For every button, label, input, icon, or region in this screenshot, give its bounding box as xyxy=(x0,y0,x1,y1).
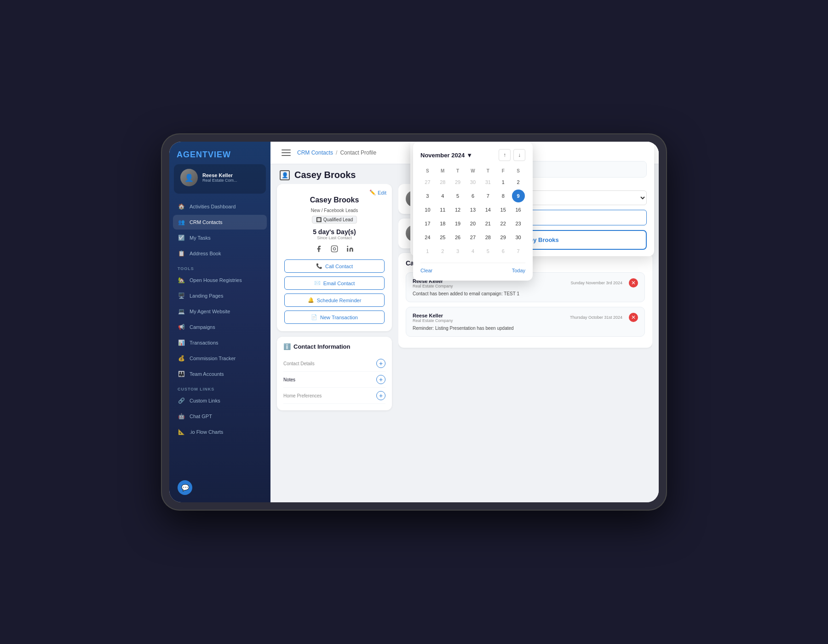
sidebar-item-custom-links[interactable]: 🔗 Custom Links xyxy=(173,393,267,408)
cal-day-nov12[interactable]: 12 xyxy=(451,203,464,216)
cal-day-nov6[interactable]: 6 xyxy=(466,190,479,202)
campaign-user-info-2: Reese Keller Real Estate Company xyxy=(413,313,453,323)
campaign-close-button-2[interactable]: ✕ xyxy=(629,313,638,322)
cal-day-nov29[interactable]: 29 xyxy=(497,231,510,244)
cal-day-nov1[interactable]: 1 xyxy=(497,176,510,189)
cal-day-nov19[interactable]: 19 xyxy=(451,217,464,230)
cal-day-nov11[interactable]: 11 xyxy=(436,203,449,216)
calendar-today-button[interactable]: Today xyxy=(512,268,525,273)
contact-profile-icon: 👤 xyxy=(280,170,290,180)
cal-day-nov21[interactable]: 21 xyxy=(482,217,494,230)
nav-label-tasks: My Tasks xyxy=(190,235,211,241)
campaign-company-2: Real Estate Company xyxy=(413,318,453,323)
cal-day-nov8[interactable]: 8 xyxy=(497,190,510,202)
cal-day-oct30[interactable]: 30 xyxy=(466,176,479,189)
sidebar-item-landing[interactable]: 🖥️ Landing Pages xyxy=(173,288,267,303)
house-icon: 🏡 xyxy=(178,276,185,284)
cal-day-nov25[interactable]: 25 xyxy=(436,231,449,244)
cal-day-nov9-selected[interactable]: 9 xyxy=(512,190,525,202)
sidebar-item-team[interactable]: 👨‍👩‍👧 Team Accounts xyxy=(173,367,267,381)
breadcrumb-parent[interactable]: CRM Contacts xyxy=(297,150,333,156)
calendar-clear-button[interactable]: Clear xyxy=(420,268,432,273)
linkedin-icon[interactable] xyxy=(345,244,355,254)
campaign-message-1: Contact has been added to email campaign… xyxy=(413,291,638,296)
cal-day-oct27[interactable]: 27 xyxy=(421,176,434,189)
breadcrumb-current: Contact Profile xyxy=(340,150,376,156)
custom-section-label: CUSTOM LINKS xyxy=(173,382,267,393)
team-icon: 👨‍👩‍👧 xyxy=(178,370,185,378)
cal-day-nov17[interactable]: 17 xyxy=(421,217,434,230)
cal-day-nov10[interactable]: 10 xyxy=(421,203,434,216)
call-contact-button[interactable]: 📞 Call Contact xyxy=(284,259,385,273)
cal-day-nov27[interactable]: 27 xyxy=(466,231,479,244)
cal-day-nov13[interactable]: 13 xyxy=(466,203,479,216)
prev-month-button[interactable]: ↑ xyxy=(499,149,511,161)
cal-day-nov14[interactable]: 14 xyxy=(482,203,494,216)
nav-label-landing: Landing Pages xyxy=(190,293,223,299)
calendar-week-2: 3 4 5 6 7 8 9 xyxy=(420,189,525,203)
sidebar-item-flow-charts[interactable]: 📐 .io Flow Charts xyxy=(173,425,267,439)
sidebar-item-activities[interactable]: 🏠 Activities Dashboard xyxy=(173,199,267,214)
cal-day-nov23[interactable]: 23 xyxy=(512,217,525,230)
phone-icon: 📞 xyxy=(316,263,322,269)
new-transaction-button[interactable]: 📄 New Transaction xyxy=(284,310,385,324)
cal-day-nov20[interactable]: 20 xyxy=(466,217,479,230)
avatar: 👤 xyxy=(180,169,198,186)
calendar-month[interactable]: November 2024 ▼ xyxy=(420,152,472,159)
sidebar-item-address[interactable]: 📋 Address Book xyxy=(173,246,267,261)
contact-card: ✏️ Edit Casey Brooks New / Facebook Lead… xyxy=(277,184,392,331)
cal-day-nov28[interactable]: 28 xyxy=(482,231,494,244)
sidebar-item-crm[interactable]: 👥 CRM Contacts xyxy=(173,215,267,230)
sidebar-item-transactions[interactable]: 📊 Transactions xyxy=(173,335,267,350)
cal-day-nov15[interactable]: 15 xyxy=(497,203,510,216)
edit-button[interactable]: ✏️ Edit xyxy=(369,190,386,196)
tools-section-label: TOOLS xyxy=(173,262,267,273)
cal-day-dec2[interactable]: 2 xyxy=(436,245,449,258)
home-preferences-row: Home Preferences + xyxy=(283,388,385,404)
day-header-f: F xyxy=(496,167,510,175)
cal-day-nov4[interactable]: 4 xyxy=(436,190,449,202)
cal-day-nov2[interactable]: 2 xyxy=(512,176,525,189)
sidebar-logo: AGENTVIEW xyxy=(169,142,270,164)
cal-day-dec4[interactable]: 4 xyxy=(466,245,479,258)
facebook-icon[interactable] xyxy=(314,244,324,254)
preferences-expand-button[interactable]: + xyxy=(376,391,385,400)
sidebar-item-openhouse[interactable]: 🏡 Open House Registries xyxy=(173,273,267,288)
sidebar-item-commission[interactable]: 💰 Commission Tracker xyxy=(173,351,267,366)
next-month-button[interactable]: ↓ xyxy=(513,149,525,161)
schedule-reminder-button[interactable]: 🔔 Schedule Reminder xyxy=(284,293,385,307)
details-label: Contact Details xyxy=(283,361,315,366)
sidebar-item-tasks[interactable]: ☑️ My Tasks xyxy=(173,230,267,245)
cal-day-nov18[interactable]: 18 xyxy=(436,217,449,230)
cal-day-dec1[interactable]: 1 xyxy=(421,245,434,258)
sidebar-item-chat-gpt[interactable]: 🤖 Chat GPT xyxy=(173,409,267,424)
chat-button[interactable]: 💬 xyxy=(178,480,192,495)
sidebar-item-campaigns[interactable]: 📢 Campaigns xyxy=(173,320,267,334)
cal-day-nov16[interactable]: 16 xyxy=(512,203,525,216)
cal-day-dec7[interactable]: 7 xyxy=(512,245,525,258)
cal-day-oct29[interactable]: 29 xyxy=(451,176,464,189)
nav-label-chat-gpt: Chat GPT xyxy=(190,414,212,419)
notes-expand-button[interactable]: + xyxy=(376,375,385,384)
sidebar-item-agent-website[interactable]: 💻 My Agent Website xyxy=(173,304,267,319)
cal-day-nov30[interactable]: 30 xyxy=(512,231,525,244)
hamburger-menu[interactable] xyxy=(280,146,293,159)
cal-day-nov7[interactable]: 7 xyxy=(482,190,494,202)
cal-day-oct31[interactable]: 31 xyxy=(482,176,494,189)
cal-day-oct28[interactable]: 28 xyxy=(436,176,449,189)
campaign-close-button-1[interactable]: ✕ xyxy=(629,278,638,288)
email-contact-button[interactable]: ✉️ Email Contact xyxy=(284,276,385,290)
cal-day-nov22[interactable]: 22 xyxy=(497,217,510,230)
cal-day-nov24[interactable]: 24 xyxy=(421,231,434,244)
cal-day-dec5[interactable]: 5 xyxy=(482,245,494,258)
cal-day-dec6[interactable]: 6 xyxy=(497,245,510,258)
preferences-label: Home Preferences xyxy=(283,393,322,398)
instagram-icon[interactable] xyxy=(329,244,339,254)
details-expand-button[interactable]: + xyxy=(376,359,385,368)
cal-day-nov3[interactable]: 3 xyxy=(421,190,434,202)
cal-day-nov26[interactable]: 26 xyxy=(451,231,464,244)
sidebar-user[interactable]: 👤 Reese Keller Real Estate Com... xyxy=(174,164,266,194)
days-label: Since Last Contact xyxy=(284,236,385,240)
cal-day-nov5[interactable]: 5 xyxy=(451,190,464,202)
cal-day-dec3[interactable]: 3 xyxy=(451,245,464,258)
